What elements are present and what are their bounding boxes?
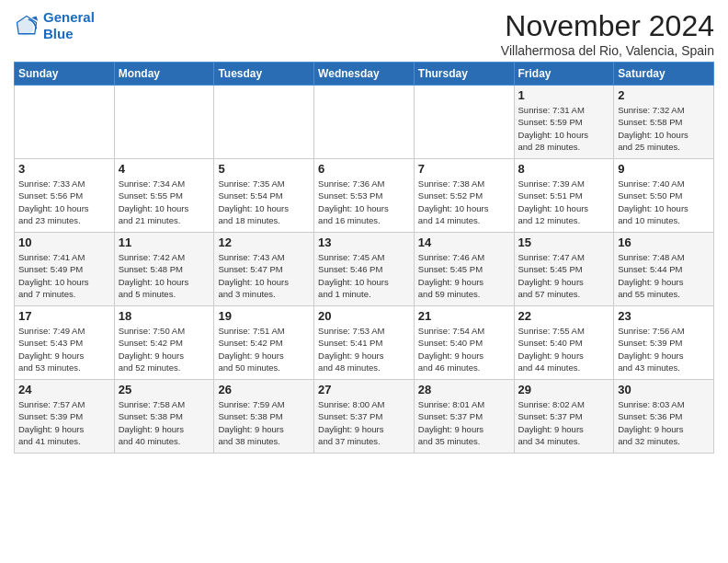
day-number: 19 xyxy=(218,309,310,323)
calendar-day-cell: 22Sunrise: 7:55 AM Sunset: 5:40 PM Dayli… xyxy=(514,306,614,380)
logo: General Blue xyxy=(14,9,95,42)
calendar-week-row: 17Sunrise: 7:49 AM Sunset: 5:43 PM Dayli… xyxy=(15,306,714,380)
day-info: Sunrise: 7:32 AM Sunset: 5:58 PM Dayligh… xyxy=(618,104,710,153)
day-number: 16 xyxy=(618,236,710,249)
logo-text: General Blue xyxy=(43,9,95,42)
day-info: Sunrise: 7:35 AM Sunset: 5:54 PM Dayligh… xyxy=(218,178,310,226)
calendar-day-cell: 4Sunrise: 7:34 AM Sunset: 5:55 PM Daylig… xyxy=(114,159,214,233)
calendar-day-cell: 12Sunrise: 7:43 AM Sunset: 5:47 PM Dayli… xyxy=(214,233,314,306)
day-info: Sunrise: 7:53 AM Sunset: 5:41 PM Dayligh… xyxy=(318,325,410,373)
day-info: Sunrise: 8:03 AM Sunset: 5:36 PM Dayligh… xyxy=(618,398,710,447)
calendar-day-cell: 17Sunrise: 7:49 AM Sunset: 5:43 PM Dayli… xyxy=(15,306,115,380)
day-info: Sunrise: 7:46 AM Sunset: 5:45 PM Dayligh… xyxy=(418,251,510,300)
day-number: 6 xyxy=(318,162,410,176)
day-number: 22 xyxy=(518,309,610,323)
day-number: 21 xyxy=(418,309,510,323)
weekday-header-cell: Wednesday xyxy=(314,63,415,86)
calendar-day-cell: 6Sunrise: 7:36 AM Sunset: 5:53 PM Daylig… xyxy=(314,159,415,233)
calendar-day-cell: 18Sunrise: 7:50 AM Sunset: 5:42 PM Dayli… xyxy=(114,306,214,380)
calendar-week-row: 24Sunrise: 7:57 AM Sunset: 5:39 PM Dayli… xyxy=(15,380,714,454)
calendar-body: 1Sunrise: 7:31 AM Sunset: 5:59 PM Daylig… xyxy=(15,86,714,454)
day-number: 14 xyxy=(418,236,510,249)
calendar-day-cell: 8Sunrise: 7:39 AM Sunset: 5:51 PM Daylig… xyxy=(514,159,614,233)
calendar-day-cell: 21Sunrise: 7:54 AM Sunset: 5:40 PM Dayli… xyxy=(414,306,514,380)
day-number: 10 xyxy=(18,236,110,249)
calendar-day-cell xyxy=(114,86,214,159)
day-number: 9 xyxy=(618,162,710,176)
day-number: 13 xyxy=(318,236,410,249)
day-number: 12 xyxy=(218,236,310,249)
day-number: 5 xyxy=(218,162,310,176)
day-number: 24 xyxy=(18,383,110,396)
calendar-day-cell xyxy=(15,86,115,159)
day-info: Sunrise: 7:42 AM Sunset: 5:48 PM Dayligh… xyxy=(119,251,210,300)
calendar-day-cell: 14Sunrise: 7:46 AM Sunset: 5:45 PM Dayli… xyxy=(414,233,514,306)
calendar-day-cell: 7Sunrise: 7:38 AM Sunset: 5:52 PM Daylig… xyxy=(414,159,514,233)
day-info: Sunrise: 7:45 AM Sunset: 5:46 PM Dayligh… xyxy=(318,251,410,300)
day-info: Sunrise: 7:31 AM Sunset: 5:59 PM Dayligh… xyxy=(518,104,610,153)
day-number: 7 xyxy=(418,162,510,176)
calendar-day-cell: 29Sunrise: 8:02 AM Sunset: 5:37 PM Dayli… xyxy=(514,380,614,454)
day-number: 8 xyxy=(518,162,610,176)
day-number: 27 xyxy=(318,383,410,396)
day-number: 3 xyxy=(18,162,110,176)
calendar-day-cell: 1Sunrise: 7:31 AM Sunset: 5:59 PM Daylig… xyxy=(514,86,614,159)
calendar-day-cell: 15Sunrise: 7:47 AM Sunset: 5:45 PM Dayli… xyxy=(514,233,614,306)
calendar-day-cell xyxy=(314,86,415,159)
page-header: General Blue November 2024 Villahermosa … xyxy=(14,9,714,58)
title-block: November 2024 Villahermosa del Rio, Vale… xyxy=(501,9,714,58)
logo-icon xyxy=(14,13,40,39)
calendar-day-cell: 30Sunrise: 8:03 AM Sunset: 5:36 PM Dayli… xyxy=(614,380,714,454)
day-info: Sunrise: 8:01 AM Sunset: 5:37 PM Dayligh… xyxy=(418,398,510,447)
calendar-day-cell xyxy=(214,86,314,159)
day-info: Sunrise: 7:36 AM Sunset: 5:53 PM Dayligh… xyxy=(318,178,410,226)
day-info: Sunrise: 7:38 AM Sunset: 5:52 PM Dayligh… xyxy=(418,178,510,226)
calendar-day-cell: 13Sunrise: 7:45 AM Sunset: 5:46 PM Dayli… xyxy=(314,233,415,306)
calendar-day-cell: 11Sunrise: 7:42 AM Sunset: 5:48 PM Dayli… xyxy=(114,233,214,306)
day-number: 28 xyxy=(418,383,510,396)
calendar-week-row: 10Sunrise: 7:41 AM Sunset: 5:49 PM Dayli… xyxy=(15,233,714,306)
day-number: 11 xyxy=(119,236,210,249)
calendar-day-cell: 25Sunrise: 7:58 AM Sunset: 5:38 PM Dayli… xyxy=(114,380,214,454)
day-info: Sunrise: 7:54 AM Sunset: 5:40 PM Dayligh… xyxy=(418,325,510,373)
weekday-header-cell: Monday xyxy=(114,63,214,86)
day-number: 25 xyxy=(119,383,210,396)
day-number: 23 xyxy=(618,309,710,323)
calendar-day-cell: 3Sunrise: 7:33 AM Sunset: 5:56 PM Daylig… xyxy=(15,159,115,233)
logo-line2: Blue xyxy=(43,26,95,42)
day-info: Sunrise: 7:50 AM Sunset: 5:42 PM Dayligh… xyxy=(119,325,210,373)
calendar-day-cell: 24Sunrise: 7:57 AM Sunset: 5:39 PM Dayli… xyxy=(15,380,115,454)
day-number: 1 xyxy=(518,88,610,102)
calendar-week-row: 1Sunrise: 7:31 AM Sunset: 5:59 PM Daylig… xyxy=(15,86,714,159)
weekday-header-cell: Saturday xyxy=(614,63,714,86)
day-number: 4 xyxy=(119,162,210,176)
day-info: Sunrise: 7:48 AM Sunset: 5:44 PM Dayligh… xyxy=(618,251,710,300)
day-info: Sunrise: 7:39 AM Sunset: 5:51 PM Dayligh… xyxy=(518,178,610,226)
calendar-day-cell: 23Sunrise: 7:56 AM Sunset: 5:39 PM Dayli… xyxy=(614,306,714,380)
day-info: Sunrise: 7:59 AM Sunset: 5:38 PM Dayligh… xyxy=(218,398,310,447)
day-info: Sunrise: 7:43 AM Sunset: 5:47 PM Dayligh… xyxy=(218,251,310,300)
location: Villahermosa del Rio, Valencia, Spain xyxy=(501,43,714,58)
calendar-day-cell: 27Sunrise: 8:00 AM Sunset: 5:37 PM Dayli… xyxy=(314,380,415,454)
day-info: Sunrise: 7:56 AM Sunset: 5:39 PM Dayligh… xyxy=(618,325,710,373)
calendar-day-cell: 5Sunrise: 7:35 AM Sunset: 5:54 PM Daylig… xyxy=(214,159,314,233)
day-info: Sunrise: 7:58 AM Sunset: 5:38 PM Dayligh… xyxy=(119,398,210,447)
day-info: Sunrise: 8:02 AM Sunset: 5:37 PM Dayligh… xyxy=(518,398,610,447)
logo-line1: General xyxy=(43,9,95,26)
calendar-table: SundayMondayTuesdayWednesdayThursdayFrid… xyxy=(14,62,714,454)
day-number: 17 xyxy=(18,309,110,323)
calendar-day-cell: 19Sunrise: 7:51 AM Sunset: 5:42 PM Dayli… xyxy=(214,306,314,380)
weekday-header-cell: Tuesday xyxy=(214,63,314,86)
day-info: Sunrise: 7:49 AM Sunset: 5:43 PM Dayligh… xyxy=(18,325,110,373)
day-info: Sunrise: 8:00 AM Sunset: 5:37 PM Dayligh… xyxy=(318,398,410,447)
day-number: 30 xyxy=(618,383,710,396)
day-number: 26 xyxy=(218,383,310,396)
calendar-day-cell: 28Sunrise: 8:01 AM Sunset: 5:37 PM Dayli… xyxy=(414,380,514,454)
day-info: Sunrise: 7:57 AM Sunset: 5:39 PM Dayligh… xyxy=(18,398,110,447)
calendar-day-cell: 10Sunrise: 7:41 AM Sunset: 5:49 PM Dayli… xyxy=(15,233,115,306)
day-info: Sunrise: 7:51 AM Sunset: 5:42 PM Dayligh… xyxy=(218,325,310,373)
day-info: Sunrise: 7:55 AM Sunset: 5:40 PM Dayligh… xyxy=(518,325,610,373)
month-title: November 2024 xyxy=(501,9,714,43)
day-number: 29 xyxy=(518,383,610,396)
calendar-day-cell: 26Sunrise: 7:59 AM Sunset: 5:38 PM Dayli… xyxy=(214,380,314,454)
